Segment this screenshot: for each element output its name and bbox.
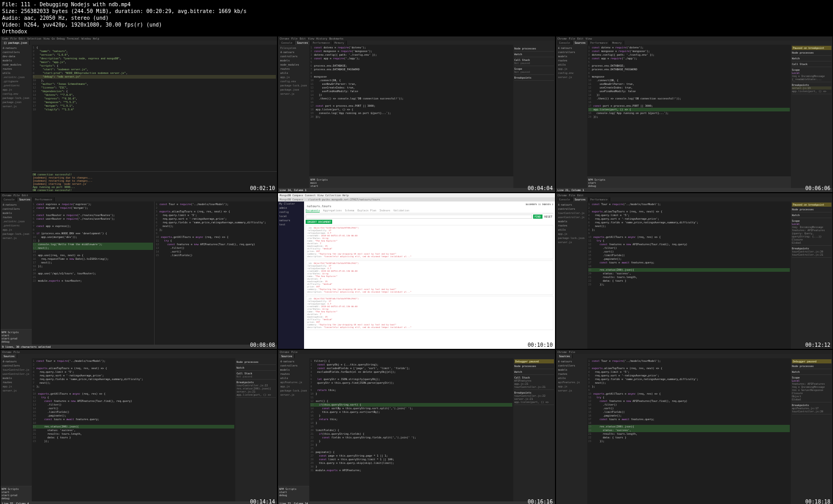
timestamp: 00:02:10 (250, 185, 275, 191)
file-package-json[interactable]: package.json (2, 100, 31, 104)
thumbnail-7: ChromeFile Sources 4-natours controllers… (0, 349, 277, 504)
thumbnail-8: ChromeFile Sources 4-natours controllers… (277, 349, 555, 504)
npm-scripts: NPM Scripts start start:prod debug (1, 486, 32, 501)
thumbnail-6: ChromeFileEdit Console Sources Performan… (556, 193, 833, 349)
thumbnail-2: ChromeFileEditViewHistoryBookmarks Conso… (277, 36, 555, 193)
paused-banner: Paused on breakpoint (792, 46, 831, 50)
folder-models[interactable]: models (2, 58, 31, 62)
folder-node-modules[interactable]: node_modules (2, 62, 31, 67)
tab-console[interactable]: Console (279, 41, 295, 45)
debug-panel: Node processes Watch Call StackNot pause… (513, 45, 555, 192)
debugger-paused-banner: Debugger paused (514, 359, 554, 363)
code-editor[interactable]: 1{2 "name": "natours",3 "version": "1.0.… (32, 45, 277, 171)
thumbnail-9: ChromeFile Sources 4-natours controllers… (556, 349, 833, 504)
thumbnail-4: ChromeFileEdit Console Sources Performan… (0, 193, 277, 349)
source-editor[interactable]: 1const Tour = require('../models/tourMod… (587, 358, 791, 504)
source-editor[interactable]: 1const Tour = require('../models/tourMod… (32, 358, 235, 504)
video-metadata: File: 111 - Debugging Nodejs with ndb.mp… (0, 0, 833, 36)
file-server-js[interactable]: server.js (2, 104, 31, 108)
vscode-menubar: CodeFileEditSelectionViewGoDebugTerminal… (1, 36, 277, 41)
tab-sources[interactable]: Sources (295, 41, 310, 45)
filesystem-panel: 4-natours controllers tourController.js … (1, 358, 32, 504)
source-editor-app[interactable]: 1const express = require('express');2con… (32, 201, 154, 349)
debug-panel: Debugger paused Node processes Watch Sco… (791, 358, 832, 504)
compass-sidebar: My Cluster admin config local natours te… (278, 201, 304, 349)
timestamp: 00:04:04 (527, 185, 552, 191)
file-eslintrc[interactable]: .eslintrc.json (2, 75, 31, 79)
compass-main: natours.tours DOCUMENTS 11 INDEXES 2 Doc… (304, 201, 554, 349)
filesystem-panel: 4-natours controllers models routes util… (556, 45, 587, 192)
statusbar: Line 32, Column 4 (1, 501, 277, 504)
filesystem-panel: Filesystem 4-natours controllers models … (278, 45, 309, 192)
thumbnail-1: CodeFileEditSelectionViewGoDebugTerminal… (0, 36, 277, 193)
source-editor[interactable]: 1const dotenv = require('dotenv');2const… (309, 45, 513, 177)
debug-panel: Paused on breakpoint Node processes Watc… (791, 45, 832, 192)
source-editor[interactable]: 1const Tour = require('../models/tourMod… (587, 201, 791, 349)
thumbnail-3: ChromeFileEditView Console Sources Perfo… (556, 36, 833, 193)
npm-scripts: NPM Scripts start debug (278, 486, 309, 501)
file-explorer: 4-natours controllers dev-data models no… (1, 45, 32, 192)
npm-scripts: NPM Scripts start start:prod debug (1, 329, 32, 345)
debugger-paused-banner: Debugger paused (792, 359, 831, 363)
filesystem-tab[interactable]: Filesystem (279, 46, 308, 50)
timestamp: 00:08:08 (250, 342, 275, 348)
timestamp: 00:16:16 (527, 499, 552, 504)
file-config-env[interactable]: config.env (2, 92, 31, 96)
timestamp: 00:18:18 (805, 499, 830, 504)
statusbar: Line 22, Column 14 (278, 501, 554, 504)
folder-controllers[interactable]: controllers (2, 50, 31, 54)
debug-panel: Node processes Watch Call StackNot pause… (235, 358, 277, 504)
filesystem-panel: 4-natours controllers models routes .esl… (1, 201, 32, 349)
debug-panel: Debugger paused Node processes Watch Cal… (513, 358, 555, 504)
filesystem-panel: 4-natours controllers tourController.js … (556, 201, 587, 349)
reset-button[interactable]: RESET (544, 215, 553, 219)
terminal[interactable]: DB connection successful![nodemon] resta… (32, 171, 277, 192)
file-gitignore[interactable]: .gitignore (2, 79, 31, 83)
timestamp: 00:10:10 (527, 342, 552, 348)
debug-panel: Paused on breakpoint Node processes Watc… (791, 201, 832, 349)
paused-banner: Paused on breakpoint (792, 203, 831, 207)
editor-tabs: {} package.json (1, 41, 277, 45)
file-package-lock[interactable]: package-lock.json (2, 96, 31, 100)
timestamp: 00:06:06 (805, 185, 830, 191)
document-card-1[interactable]: _id: ObjectId("5c88fa8cf4afda39709c2961"… (306, 225, 553, 259)
filesystem-panel: 4-natours controllers models routes util… (556, 358, 587, 504)
source-editor[interactable]: 1filter() {2 const queryObj = {...this.q… (309, 358, 513, 504)
timestamp: 00:12:12 (805, 342, 830, 348)
thumbnail-5-compass: MongoDB Compass Connect View Collection … (277, 193, 555, 349)
statusbar: Line 24, Column 1 (278, 188, 554, 192)
tab-performance[interactable]: Performance (310, 41, 332, 45)
tab-memory[interactable]: Memory (333, 41, 347, 45)
source-editor[interactable]: 1const dotenv = require('dotenv');2const… (587, 45, 791, 177)
filesystem-panel: 4-natours controllers models routes util… (278, 358, 309, 504)
file-app-js[interactable]: app.js (2, 87, 31, 92)
compass-tabs: Documents Aggregations Schema Explain Pl… (306, 209, 553, 213)
insert-button[interactable]: INSERT DOCUMENT (306, 220, 332, 224)
find-button[interactable]: FIND (533, 215, 542, 219)
folder-dev-data[interactable]: dev-data (2, 54, 31, 58)
file-prettierrc[interactable]: .prettierrc (2, 83, 31, 87)
document-card-3[interactable]: _id: ObjectId("5c88fa8cf4afda39709c2961"… (306, 296, 553, 330)
statusbar: 9 lines, 30 characters selected (1, 345, 277, 349)
folder-routes[interactable]: routes (2, 67, 31, 71)
chrome-menubar: ChromeFileEditViewHistoryBookmarks (278, 36, 554, 41)
statusbar: Line 21, Column 1 (556, 188, 832, 192)
timestamp: 00:14:14 (250, 499, 275, 504)
compass-url: MongoDB Compass - cluster0-pwikv.mongodb… (278, 197, 554, 201)
thumbnail-grid: CodeFileEditSelectionViewGoDebugTerminal… (0, 36, 833, 504)
source-editor-aux[interactable]: 1const Tour = require('../models/tourMod… (154, 201, 277, 349)
tab-package-json[interactable]: {} package.json (2, 41, 30, 45)
filter-input[interactable] (306, 215, 532, 219)
folder-utils[interactable]: utils (2, 71, 31, 75)
folder-natours[interactable]: 4-natours (2, 46, 31, 50)
collection-title: natours.tours (306, 203, 332, 209)
document-card-2[interactable]: _id: ObjectId("5c88fa8cf4afda39709c2961"… (306, 260, 553, 295)
